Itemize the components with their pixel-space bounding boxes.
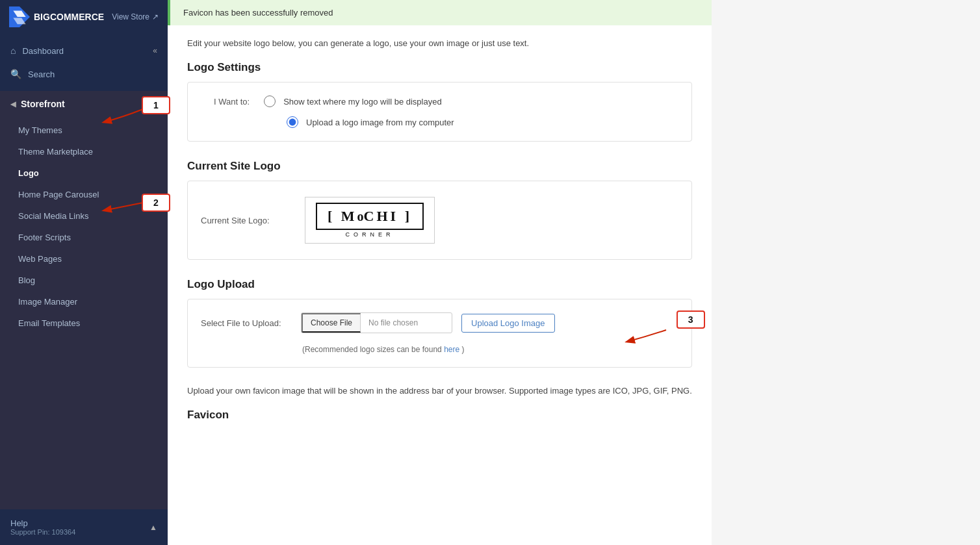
annotation-1: 1 bbox=[142, 96, 170, 114]
file-chooser: Choose File No file chosen bbox=[301, 312, 452, 333]
logo-settings-radio-group: I Want to: Show text where my logo will … bbox=[188, 82, 691, 141]
search-icon: 🔍 bbox=[10, 69, 21, 79]
annotation-3: 3 bbox=[677, 311, 705, 329]
main-content: Favicon has been successfully removed Ed… bbox=[168, 0, 712, 545]
current-logo-row: Current Site Logo: [ MoCHI ] CORNER bbox=[188, 181, 691, 259]
radio-row-text: I Want to: Show text where my logo will … bbox=[214, 95, 442, 107]
current-site-logo-title: Current Site Logo bbox=[187, 160, 692, 173]
sidebar: BIGCOMMERCE View Store ↗ ⌂ Dashboard « 🔍… bbox=[0, 0, 168, 545]
help-label: Help bbox=[10, 518, 75, 528]
sidebar-item-logo[interactable]: Logo bbox=[0, 162, 168, 184]
sidebar-item-my-themes[interactable]: My Themes bbox=[0, 120, 168, 141]
favicon-section: Upload your own favicon image that will … bbox=[187, 386, 692, 422]
sidebar-item-footer-scripts[interactable]: Footer Scripts bbox=[0, 227, 168, 248]
radio-row-image: Upload a logo image from my computer bbox=[287, 116, 454, 128]
current-logo-label: Current Site Logo: bbox=[201, 216, 292, 225]
storefront-collapse-icon: ◀ bbox=[10, 100, 16, 108]
favicon-description: Upload your own favicon image that will … bbox=[187, 386, 692, 396]
sidebar-item-web-pages[interactable]: Web Pages bbox=[0, 248, 168, 270]
site-logo-image: [ MoCHI ] CORNER bbox=[305, 197, 435, 244]
upload-hint: (Recommended logo sizes can be found her… bbox=[188, 340, 691, 367]
radio-show-text[interactable] bbox=[264, 95, 276, 107]
logo-upload-section: Logo Upload Select File to Upload: Choos… bbox=[187, 278, 692, 368]
file-chosen-text: No file chosen bbox=[361, 314, 452, 331]
option-image-label: Upload a logo image from my computer bbox=[306, 118, 454, 127]
radio-upload-image[interactable] bbox=[287, 116, 298, 128]
help-chevron-icon: ▲ bbox=[149, 523, 157, 532]
success-message: Favicon has been successfully removed bbox=[183, 8, 333, 18]
page-description: Edit your website logo below, you can ge… bbox=[187, 38, 692, 48]
bigcommerce-logo: BIGCOMMERCE bbox=[9, 6, 104, 27]
upload-row: Select File to Upload: Choose File No fi… bbox=[188, 299, 691, 340]
logo-upload-title: Logo Upload bbox=[187, 278, 692, 291]
sidebar-item-search[interactable]: 🔍 Search bbox=[0, 62, 168, 86]
support-pin: Support Pin: 109364 bbox=[10, 528, 75, 536]
sidebar-top-nav: ⌂ Dashboard « 🔍 Search bbox=[0, 34, 168, 91]
logo-brand-text: MoCHI bbox=[341, 208, 398, 224]
option-text-label: Show text where my logo will be displaye… bbox=[283, 97, 442, 107]
logo-settings-section: Logo Settings I Want to: Show text where… bbox=[187, 61, 692, 142]
collapse-icon: « bbox=[153, 46, 157, 55]
select-file-label: Select File to Upload: bbox=[201, 318, 292, 328]
storefront-items: My Themes Theme Marketplace Logo Home Pa… bbox=[0, 117, 168, 336]
view-store-link[interactable]: View Store ↗ bbox=[112, 12, 159, 21]
i-want-to-label: I Want to: bbox=[214, 97, 250, 107]
sidebar-item-blog[interactable]: Blog bbox=[0, 270, 168, 291]
sidebar-header: BIGCOMMERCE View Store ↗ bbox=[0, 0, 168, 34]
sidebar-item-theme-marketplace[interactable]: Theme Marketplace bbox=[0, 141, 168, 162]
logo-settings-title: Logo Settings bbox=[187, 61, 692, 74]
favicon-title: Favicon bbox=[187, 409, 692, 422]
storefront-section: ◀ Storefront My Themes Theme Marketplace… bbox=[0, 91, 168, 336]
sidebar-item-email-templates[interactable]: Email Templates bbox=[0, 312, 168, 334]
current-site-logo-section: Current Site Logo Current Site Logo: [ M… bbox=[187, 160, 692, 260]
bigcommerce-label: BIGCOMMERCE bbox=[34, 12, 104, 22]
sidebar-item-dashboard[interactable]: ⌂ Dashboard « bbox=[0, 39, 168, 62]
sidebar-footer: Help Support Pin: 109364 ▲ bbox=[0, 509, 168, 545]
sidebar-item-image-manager[interactable]: Image Manager bbox=[0, 291, 168, 312]
annotation-2: 2 bbox=[142, 194, 170, 212]
home-icon: ⌂ bbox=[10, 45, 16, 56]
success-banner: Favicon has been successfully removed bbox=[168, 0, 712, 25]
storefront-label: Storefront bbox=[21, 99, 65, 109]
logo-sub-text: CORNER bbox=[345, 231, 394, 238]
choose-file-button[interactable]: Choose File bbox=[302, 313, 361, 333]
upload-logo-button[interactable]: Upload Logo Image bbox=[461, 314, 554, 333]
logo-sizes-link[interactable]: here bbox=[444, 345, 459, 354]
